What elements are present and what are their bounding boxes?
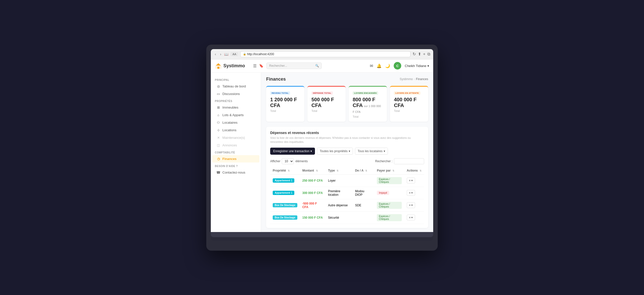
- tabs-button[interactable]: ⧉: [427, 52, 430, 56]
- annonces-icon: ◫: [216, 143, 220, 147]
- cell-de-a: [353, 174, 375, 187]
- hamburger-icon[interactable]: ☰: [253, 63, 257, 68]
- amount-value: 300 000 F CFA: [302, 191, 323, 195]
- depense-sub: Total: [311, 109, 342, 112]
- property-badge: Appartement 1: [273, 178, 294, 183]
- cell-propriete: Box De Stockage: [270, 199, 300, 211]
- sidebar-item-finances[interactable]: ◷ Finances: [212, 155, 259, 162]
- sidebar-item-locations[interactable]: ⊹ Locations: [212, 126, 259, 134]
- sort-icon: ⇅: [337, 170, 339, 172]
- sidebar: Principal ◎ Tableau de bord ▭ Discussion…: [211, 73, 261, 232]
- sidebar-label: Maintenance(s): [222, 136, 245, 140]
- maintenances-icon: ✕: [216, 136, 220, 140]
- section-proprietes-label: Propriétés: [211, 98, 261, 104]
- logo-area: Systimmo: [215, 62, 250, 69]
- back-button[interactable]: ‹: [214, 52, 217, 57]
- section-title: Dépenses et revenus récents: [270, 131, 424, 135]
- sidebar-label: Annonces: [222, 143, 237, 147]
- finances-icon: ◷: [216, 157, 220, 161]
- revenu-badge: REVENU TOTAL: [270, 91, 290, 95]
- page-title: Finances: [266, 77, 286, 82]
- action-button[interactable]: ≡ ▾: [407, 215, 415, 220]
- property-badge: Appartement 1: [273, 191, 294, 195]
- stat-card-attente: LOYERS EN ATTENTE 400 000 F CFA Total: [390, 86, 428, 122]
- sidebar-label: Contactez-nous: [222, 171, 245, 174]
- payment-badge: Espèces / Chèques: [377, 177, 401, 184]
- tenants-chevron: ▾: [384, 149, 385, 153]
- dropdown-chevron: ▾: [310, 149, 312, 153]
- sidebar-item-discussions[interactable]: ▭ Discussions: [212, 90, 259, 97]
- attente-badge: LOYERS EN ATTENTE: [394, 91, 420, 95]
- share-button[interactable]: ⬆: [418, 52, 421, 56]
- table-row: Appartement 1 300 000 F CFA Première loc…: [270, 187, 424, 199]
- sort-icon: ⇅: [288, 170, 290, 172]
- nav-icons: ☰ 🔖: [253, 63, 263, 68]
- aa-button[interactable]: AA: [230, 52, 238, 56]
- mail-icon[interactable]: ✉: [370, 63, 373, 68]
- revenu-sub: Total: [270, 109, 300, 112]
- sidebar-label: Immeubles: [222, 106, 238, 109]
- col-actions: Actions ⇅: [404, 167, 424, 175]
- sidebar-label: Lots & Apparts: [222, 113, 244, 117]
- sort-icon: ⇅: [392, 170, 394, 172]
- amount-value: -500 000 F CFA: [302, 202, 317, 209]
- user-name[interactable]: Cheikh Tidiane ▾: [405, 64, 429, 68]
- section-desc: Voici la liste de vos derniers revenus e…: [270, 136, 424, 144]
- sidebar-label: Locataires: [222, 121, 237, 124]
- col-de-a: De / A ⇅: [353, 167, 375, 175]
- filter-props-button[interactable]: Toutes les propriétés ▾: [317, 148, 353, 155]
- amount-value: 150 000 F CFA: [302, 216, 323, 219]
- discussions-icon: ▭: [216, 92, 220, 96]
- cell-de-a: Modou DIOP: [353, 187, 375, 199]
- main-layout: Principal ◎ Tableau de bord ▭ Discussion…: [211, 73, 433, 232]
- cell-actions: ≡ ▾: [404, 199, 424, 211]
- encaisses-badge: LOYERS ENCAISSÉS: [353, 91, 378, 95]
- cell-payer-par: Impayé: [374, 187, 404, 199]
- unpaid-badge: Impayé: [377, 191, 389, 195]
- sidebar-item-immeubles[interactable]: ⊞ Immeubles: [212, 104, 259, 111]
- sidebar-item-contactez-nous[interactable]: ☎ Contactez-nous: [212, 169, 259, 176]
- cell-payer-par: Espèces / Chèques: [374, 174, 404, 187]
- stat-card-revenu: REVENU TOTAL 1 200 000 F CFA Total: [266, 86, 304, 122]
- cell-montant: 250 000 F CFA: [300, 174, 326, 187]
- action-button[interactable]: ≡ ▾: [407, 190, 415, 196]
- bookmark-nav-icon[interactable]: 🔖: [259, 64, 263, 68]
- forward-button[interactable]: ›: [219, 52, 222, 57]
- sidebar-item-lots-apparts[interactable]: ⌂ Lots & Apparts: [212, 111, 259, 119]
- show-label: Afficher: [270, 159, 280, 163]
- breadcrumb-root: Systimmo: [400, 77, 413, 81]
- bookmark-icon[interactable]: 📖: [224, 52, 228, 56]
- bell-icon[interactable]: 🔔: [377, 63, 382, 68]
- section-principal-label: Principal: [211, 77, 261, 82]
- search-filter-input[interactable]: [394, 158, 424, 164]
- search-filter: Rechercher :: [375, 158, 424, 164]
- table-row: Appartement 1 250 000 F CFA Loyer Espèce…: [270, 174, 424, 187]
- url-text: http://localhost:4200: [247, 52, 274, 56]
- filter-tenants-button[interactable]: Tous les locataires ▾: [355, 148, 388, 155]
- locataires-icon: ⚇: [216, 121, 220, 124]
- search-bar[interactable]: Rechercher... 🔍: [266, 62, 322, 69]
- sidebar-item-tableau-de-bord[interactable]: ◎ Tableau de bord: [212, 83, 259, 90]
- encaisses-sub: Total: [353, 115, 383, 118]
- cell-type: Loyer: [326, 174, 353, 187]
- cell-payer-par: Espèces / Chèques: [374, 199, 404, 211]
- action-button[interactable]: ≡ ▾: [407, 202, 415, 208]
- address-bar[interactable]: 🔒 http://localhost:4200: [240, 51, 411, 57]
- moon-icon[interactable]: 🌙: [385, 63, 390, 68]
- stat-cards: REVENU TOTAL 1 200 000 F CFA Total DÉPEN…: [266, 86, 428, 122]
- reload-button[interactable]: ↻: [413, 52, 416, 56]
- action-button[interactable]: ≡ ▾: [407, 178, 415, 183]
- sidebar-label: Finances: [222, 157, 236, 161]
- breadcrumb-current: Finances: [416, 77, 428, 81]
- col-type: Type ⇅: [326, 167, 353, 175]
- cell-actions: ≡ ▾: [404, 187, 424, 199]
- entries-select[interactable]: 10: [282, 158, 294, 164]
- table-row: Box De Stockage 150 000 F CFA Sécurité E…: [270, 211, 424, 224]
- sidebar-item-annonces: ◫ Annonces: [212, 142, 259, 149]
- add-transaction-button[interactable]: Enregistrer une transaction ▾: [270, 148, 315, 155]
- new-tab-button[interactable]: +: [423, 52, 425, 56]
- col-montant: Montant ⇅: [300, 167, 326, 175]
- transactions-table: Propriété ⇅ Montant ⇅ Type ⇅: [270, 167, 424, 224]
- sidebar-item-locataires[interactable]: ⚇ Locataires: [212, 119, 259, 126]
- depense-value: 500 000 F CFA: [311, 97, 342, 108]
